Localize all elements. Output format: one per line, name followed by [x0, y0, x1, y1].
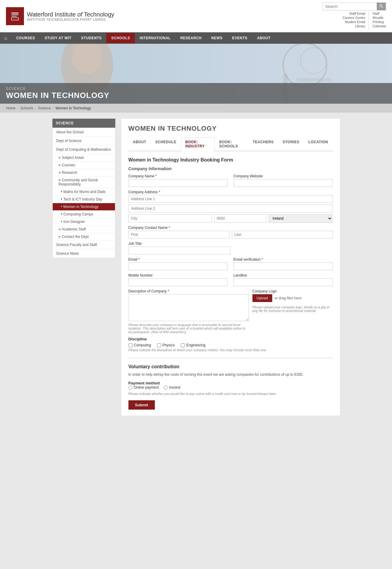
tab-schedule[interactable]: SCHEDULE [151, 137, 181, 151]
nav-home[interactable]: ⌂ [0, 32, 11, 44]
nav-courses[interactable]: COURSES [11, 33, 40, 43]
discipline-computing-checkbox[interactable] [128, 343, 132, 347]
sidebar-sub-maths[interactable]: •Maths for Mums and Dads [53, 188, 115, 196]
company-name-group: Company Name * [128, 174, 228, 187]
sidebar-sub-research[interactable]: »Research [53, 169, 115, 176]
page-title: WOMEN IN TECHNOLOGY [128, 125, 333, 132]
logo-note: Please upload your company logo, ideally… [252, 305, 333, 313]
upload-button[interactable]: Upload [252, 294, 272, 302]
main-content: WOMEN IN TECHNOLOGY ABOUT SCHEDULE BOOK:… [121, 119, 340, 416]
sidebar-item-dept-science[interactable]: Dept of Science [53, 137, 115, 145]
mobile-group: Mobile Number [128, 273, 228, 286]
email-verify-input[interactable] [234, 262, 333, 270]
discipline-computing-label: Computing [134, 343, 151, 347]
careers-centre-link[interactable]: Careers Centre [343, 16, 365, 19]
tabs-bar: ABOUT SCHEDULE BOOK: INDUSTRY BOOK: SCHO… [128, 137, 333, 151]
svg-rect-3 [11, 16, 17, 16]
city-input[interactable] [128, 214, 212, 223]
company-address-label: Company Address * [128, 190, 333, 194]
breadcrumb-science[interactable]: Science [38, 106, 51, 110]
moodle-link[interactable]: Moodle [373, 16, 386, 19]
tab-location[interactable]: LOCATION [304, 137, 333, 151]
submit-button[interactable]: Submit [128, 400, 155, 410]
nav-study-at-wit[interactable]: STUDY AT WIT [40, 33, 76, 43]
address-block: Ireland United Kingdom United States [128, 195, 333, 223]
sidebar-sub-contact-dept[interactable]: »Contact the Dept [53, 233, 115, 241]
landline-input[interactable] [234, 278, 333, 286]
payment-invoice-option: Invoice [164, 385, 181, 390]
sidebar-sub-tech-ict[interactable]: •Tech & ICT Industry Day [53, 196, 115, 203]
sidebar: SCIENCE About the School Dept of Science… [52, 119, 115, 416]
payment-method-label: Payment method [128, 381, 160, 385]
form-title: Women in Technology Industry Booking For… [128, 157, 333, 163]
sidebar-sub-subject-areas[interactable]: »Subject Areas [53, 154, 115, 162]
svg-rect-2 [11, 14, 19, 15]
search-input[interactable] [323, 3, 377, 10]
staff-email-link[interactable]: Staff Email [343, 12, 365, 15]
nav-news[interactable]: NEWS [206, 33, 227, 43]
zip-input[interactable] [214, 214, 266, 223]
description-textarea[interactable] [128, 294, 249, 321]
payment-online-radio[interactable] [128, 386, 132, 390]
sidebar-menu: About the School Dept of Science Dept of… [52, 128, 115, 258]
sidebar-title: SCIENCE [52, 119, 115, 128]
landline-label: Landline [234, 273, 333, 277]
discipline-physics-checkbox[interactable] [157, 343, 161, 347]
breadcrumb-current: Women In Technology [55, 106, 91, 110]
contact-last-input[interactable] [232, 231, 333, 239]
nav-schools[interactable]: SCHOOLS [106, 33, 135, 43]
job-title-input[interactable] [128, 247, 231, 254]
address-line2-input[interactable] [128, 205, 333, 212]
quick-links-right: Staff Moodle Printing Calendar [373, 12, 386, 30]
sidebar-sub-iron-designer[interactable]: •Iron Designer [53, 218, 115, 226]
tab-book-industry[interactable]: BOOK: INDUSTRY [181, 137, 215, 151]
sidebar-item-dept-computing[interactable]: Dept of Computing & Mathematics [53, 145, 115, 154]
company-name-label: Company Name * [128, 174, 228, 178]
address-line1-input[interactable] [128, 195, 333, 203]
student-email-link[interactable]: Student Email [343, 20, 365, 24]
tab-teachers[interactable]: TEACHERS [248, 137, 278, 151]
hero-page-title: WOMEN IN TECHNOLOGY [6, 91, 386, 100]
company-name-input[interactable] [128, 179, 228, 187]
tab-about[interactable]: ABOUT [128, 137, 151, 151]
nav-international[interactable]: INTERNATIONAL [135, 33, 175, 43]
nav-events[interactable]: EVENTS [227, 33, 252, 43]
address-city-row: Ireland United Kingdom United States [128, 214, 333, 223]
sidebar-item-about-school[interactable]: About the School [53, 128, 115, 137]
mobile-input[interactable] [128, 278, 228, 286]
email-input[interactable] [128, 262, 228, 270]
nav-about[interactable]: ABOUT [252, 33, 275, 43]
discipline-section: Discipline Computing Physics Engineering [128, 337, 333, 352]
library-link[interactable]: Library [343, 24, 365, 28]
tab-book-schools[interactable]: BOOK: SCHOOLS [215, 137, 248, 151]
contact-first-input[interactable] [128, 231, 229, 239]
sidebar-sub-community[interactable]: »Community and Social Responsibility [53, 176, 115, 188]
sidebar-sub-courses[interactable]: »Courses [53, 162, 115, 169]
printing-link[interactable]: Printing [373, 20, 386, 24]
search-bar [323, 2, 386, 10]
staff-link[interactable]: Staff [373, 12, 386, 15]
sidebar-sub-academic-staff[interactable]: »Academic Staff [53, 226, 115, 233]
breadcrumb-home[interactable]: Home [6, 106, 16, 110]
discipline-engineering: Engineering [181, 343, 205, 347]
calendar-link[interactable]: Calendar [373, 24, 386, 28]
breadcrumb-schools[interactable]: Schools [20, 106, 33, 110]
tab-stories[interactable]: STORIES [278, 137, 304, 151]
sidebar-sub-computing-camps[interactable]: •Computing Camps [53, 211, 115, 218]
discipline-engineering-checkbox[interactable] [181, 343, 185, 347]
country-select[interactable]: Ireland United Kingdom United States [269, 214, 332, 223]
nav-students[interactable]: STUDENTS [76, 33, 107, 43]
search-button[interactable] [377, 3, 386, 10]
discipline-options: Computing Physics Engineering [128, 343, 333, 347]
sidebar-sub-women-tech[interactable]: • Women in Technology [53, 203, 115, 211]
company-website-input[interactable] [234, 179, 333, 187]
breadcrumb: Home › Schools › Science › Women In Tech… [0, 104, 392, 113]
content-area: SCIENCE About the School Dept of Science… [52, 113, 340, 422]
header-right: Staff Email Careers Centre Student Email… [323, 2, 386, 30]
payment-invoice-radio[interactable] [164, 386, 168, 390]
nav-research[interactable]: RESEARCH [175, 33, 206, 43]
discipline-physics: Physics [157, 343, 175, 347]
sidebar-item-science-news[interactable]: Science News [53, 249, 115, 258]
voluntary-title: Voluntary contribution [128, 364, 333, 369]
sidebar-item-science-faculty[interactable]: Science Faculty and Staff [53, 241, 115, 249]
